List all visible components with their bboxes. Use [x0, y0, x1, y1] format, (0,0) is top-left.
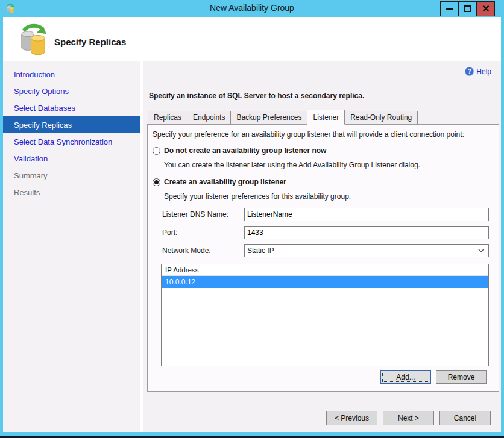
sidebar-item-select-data-synchronization[interactable]: Select Data Synchronization — [3, 133, 140, 150]
sidebar-item-select-databases[interactable]: Select Databases — [3, 99, 140, 116]
previous-button[interactable]: < Previous — [326, 411, 377, 425]
tab-backup-preferences[interactable]: Backup Preferences — [230, 111, 307, 124]
listener-dns-name-input[interactable] — [244, 208, 489, 221]
radio-no-listener[interactable] — [153, 147, 160, 155]
listener-dns-name-label: Listener DNS Name: — [162, 210, 244, 219]
wizard-steps-sidebar: Introduction Specify Options Select Data… — [3, 61, 140, 432]
tab-strip: Replicas Endpoints Backup Preferences Li… — [148, 111, 418, 124]
cancel-button[interactable]: Cancel — [439, 411, 491, 425]
window-title: New Availability Group — [0, 3, 504, 13]
network-mode-select[interactable]: Static IP — [244, 244, 489, 257]
new-availability-group-window: New Availability Group — [0, 0, 504, 438]
tab-replicas[interactable]: Replicas — [148, 111, 187, 124]
help-label: Help — [476, 67, 491, 76]
listener-tab-panel: Specify your preference for an availabil… — [147, 124, 499, 392]
close-button[interactable] — [476, 1, 495, 16]
network-mode-value: Static IP — [247, 246, 274, 255]
sidebar-item-validation[interactable]: Validation — [3, 150, 140, 167]
help-link[interactable]: Help — [465, 67, 491, 76]
no-listener-label[interactable]: Do not create an availability group list… — [164, 146, 326, 155]
window-controls — [441, 1, 495, 16]
sidebar-item-specify-replicas[interactable]: Specify Replicas — [3, 116, 140, 133]
instruction-text: Specify an instance of SQL Server to hos… — [149, 92, 364, 100]
next-button[interactable]: Next > — [383, 411, 434, 425]
sidebar-item-specify-options[interactable]: Specify Options — [3, 83, 140, 99]
page-title: Specify Replicas — [54, 37, 126, 47]
maximize-icon — [464, 5, 471, 12]
no-listener-description: You can create the listener later using … — [164, 161, 420, 169]
close-icon — [482, 5, 490, 12]
sidebar-item-results: Results — [3, 184, 140, 201]
help-icon — [465, 67, 474, 76]
titlebar[interactable]: New Availability Group — [0, 0, 504, 17]
tab-read-only-routing[interactable]: Read-Only Routing — [344, 111, 418, 124]
ip-address-row[interactable]: 10.0.0.12 — [162, 276, 488, 288]
create-listener-label[interactable]: Create an availability group listener — [164, 178, 286, 186]
replicas-database-icon — [16, 22, 50, 56]
tab-endpoints[interactable]: Endpoints — [187, 111, 231, 124]
listener-intro-text: Specify your preference for an availabil… — [153, 130, 494, 139]
minimize-button[interactable] — [440, 1, 459, 16]
footer-divider — [137, 399, 501, 399]
ip-address-column-header[interactable]: IP Address — [162, 264, 488, 276]
create-listener-description: Specify your listener preferences for th… — [164, 192, 351, 201]
chevron-down-icon — [478, 249, 484, 252]
maximize-button[interactable] — [458, 1, 477, 16]
radio-create-listener[interactable] — [153, 178, 160, 186]
tab-listener[interactable]: Listener — [307, 110, 345, 125]
footer-buttons: < Previous Next > Cancel — [326, 411, 491, 425]
remove-button[interactable]: Remove — [436, 370, 487, 384]
wizard-content: Help Specify an instance of SQL Server t… — [143, 61, 501, 432]
network-mode-label: Network Mode: — [162, 246, 244, 255]
sidebar-item-introduction[interactable]: Introduction — [3, 66, 140, 83]
add-button[interactable]: Add... — [380, 370, 431, 384]
ip-address-list[interactable]: IP Address 10.0.0.12 — [161, 264, 489, 366]
wizard-header: Specify Replicas — [3, 17, 501, 61]
ip-list-buttons: Add... Remove — [380, 370, 487, 384]
port-label: Port: — [162, 228, 244, 237]
port-input[interactable] — [244, 226, 489, 239]
minimize-icon — [446, 8, 453, 10]
sidebar-item-summary: Summary — [3, 167, 140, 184]
